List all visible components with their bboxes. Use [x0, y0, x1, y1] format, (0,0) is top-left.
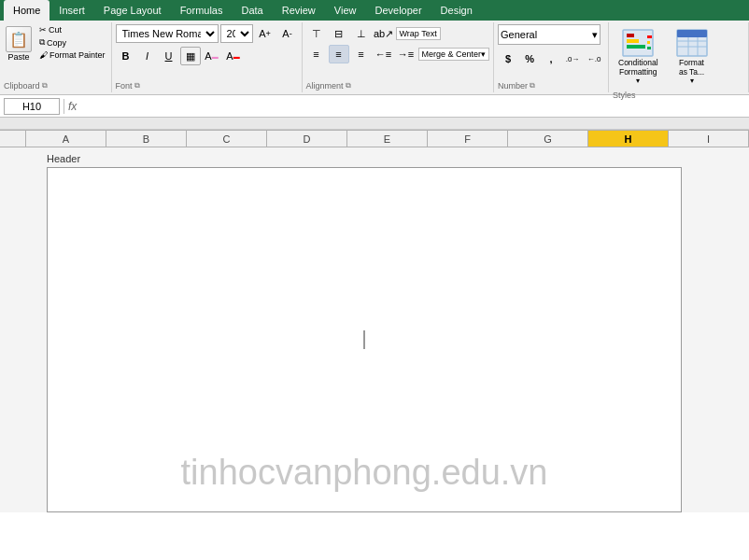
header-section-label: Header	[47, 153, 702, 164]
font-color-button[interactable]: A▬	[223, 47, 244, 65]
italic-button[interactable]: I	[137, 47, 158, 65]
font-bottom-row: B I U ▦ A▬ A▬	[116, 47, 244, 65]
tab-view[interactable]: View	[325, 0, 366, 21]
clipboard-small-buttons: ✂ Cut ⧉ Copy 🖌 Format Painter	[37, 24, 107, 61]
conditional-formatting-button[interactable]: ConditionalFormatting ▾	[613, 24, 664, 89]
merge-center-button[interactable]: Merge & Center▾	[418, 48, 490, 61]
svg-rect-13	[0, 118, 749, 131]
number-group: General ▾ $ % , .0→ ←.0 Number ⧉	[494, 22, 609, 92]
alignment-group: ⊤ ⊟ ⊥ ab↗ Wrap Text ≡ ≡ ≡ ←≡ →≡ Merge & …	[303, 22, 495, 92]
col-header-I[interactable]: I	[669, 131, 749, 147]
clipboard-expand-icon[interactable]: ⧉	[42, 81, 48, 91]
cut-button[interactable]: ✂ Cut	[37, 24, 107, 35]
fx-label: fx	[68, 100, 77, 113]
tab-data[interactable]: Data	[232, 0, 272, 21]
align-left-button[interactable]: ≡	[306, 45, 327, 63]
formula-bar: fx	[0, 95, 749, 118]
copy-icon: ⧉	[39, 37, 45, 48]
col-header-C[interactable]: C	[187, 131, 267, 147]
styles-group-label: Styles	[613, 89, 636, 100]
font-top-row: Times New Roman 20 A+ A-	[116, 24, 298, 43]
tab-formulas[interactable]: Formulas	[171, 0, 233, 21]
underline-button[interactable]: U	[159, 47, 179, 65]
percent-button[interactable]: %	[519, 49, 540, 68]
col-header-E[interactable]: E	[347, 131, 428, 147]
increase-indent-button[interactable]: →≡	[396, 45, 417, 63]
number-group-label: Number ⧉	[498, 79, 535, 91]
tab-insert[interactable]: Insert	[49, 0, 94, 21]
align-center-button[interactable]: ≡	[329, 45, 349, 63]
formula-bar-divider	[64, 99, 64, 114]
tab-design[interactable]: Design	[431, 0, 482, 21]
format-painter-icon: 🖌	[39, 50, 48, 60]
row-header-spacer	[0, 131, 26, 147]
border-button[interactable]: ▦	[180, 47, 201, 65]
decrease-indent-button[interactable]: ←≡	[374, 45, 394, 63]
tab-review[interactable]: Review	[273, 0, 325, 21]
format-as-table-icon	[675, 28, 709, 58]
ruler: // will be drawn via JS below	[0, 118, 749, 131]
comma-button[interactable]: ,	[541, 49, 561, 68]
svg-rect-5	[647, 41, 650, 44]
cell-reference-input[interactable]	[4, 98, 60, 115]
font-grow-button[interactable]: A+	[255, 24, 276, 43]
col-header-H[interactable]: H	[588, 131, 669, 147]
clipboard-group: 📋 Paste ✂ Cut ⧉ Copy 🖌 Format Painter C	[0, 22, 112, 92]
paste-icon: 📋	[6, 26, 32, 52]
svg-rect-6	[647, 47, 651, 49]
font-group: Times New Roman 20 A+ A- B I U ▦ A▬ A▬ F…	[112, 22, 303, 92]
tab-home[interactable]: Home	[4, 0, 49, 21]
fill-color-button[interactable]: A▬	[202, 47, 222, 65]
font-size-selector[interactable]: 20	[220, 24, 253, 43]
alignment-group-label: Alignment ⧉	[306, 79, 351, 91]
font-group-label: Font ⧉	[116, 79, 140, 91]
svg-rect-8	[677, 30, 707, 37]
dollar-button[interactable]: $	[498, 49, 518, 68]
number-expand-icon[interactable]: ⧉	[530, 81, 535, 91]
orientation-button[interactable]: ab↗	[374, 24, 394, 43]
col-header-B[interactable]: B	[106, 131, 187, 147]
formula-input[interactable]	[80, 98, 745, 115]
column-headers: A B C D E F G H I	[0, 131, 749, 147]
copy-button[interactable]: ⧉ Copy	[37, 36, 107, 49]
svg-rect-1	[627, 34, 634, 37]
svg-rect-4	[647, 35, 652, 38]
number-buttons-row: $ % , .0→ ←.0	[498, 49, 604, 68]
format-as-table-button[interactable]: Formatas Ta... ▾	[668, 24, 716, 89]
styles-group: ConditionalFormatting ▾ Formatas Ta...	[609, 22, 749, 92]
font-name-selector[interactable]: Times New Roman	[116, 24, 219, 43]
align-bottom-button[interactable]: ⊥	[351, 24, 372, 43]
tab-page-layout[interactable]: Page Layout	[94, 0, 171, 21]
col-header-D[interactable]: D	[267, 131, 347, 147]
conditional-formatting-dropdown-icon: ▾	[636, 77, 640, 85]
decrease-decimal-button[interactable]: ←.0	[584, 49, 604, 68]
watermark-text: tinhocvanphong.edu.vn	[181, 453, 548, 493]
svg-rect-3	[627, 45, 645, 49]
document-page[interactable]: tinhocvanphong.edu.vn	[47, 167, 682, 512]
svg-rect-2	[627, 39, 639, 43]
col-header-G[interactable]: G	[508, 131, 588, 147]
conditional-formatting-label: ConditionalFormatting	[618, 58, 658, 77]
font-expand-icon[interactable]: ⧉	[134, 81, 140, 91]
conditional-formatting-icon	[621, 28, 655, 58]
ruler-inner: // will be drawn via JS below	[0, 118, 749, 130]
font-shrink-button[interactable]: A-	[277, 24, 298, 43]
increase-decimal-button[interactable]: .0→	[562, 49, 583, 68]
align-middle-button[interactable]: ⊟	[329, 24, 349, 43]
format-painter-button[interactable]: 🖌 Format Painter	[37, 49, 107, 61]
ribbon-tab-bar: Home Insert Page Layout Formulas Data Re…	[0, 0, 749, 21]
alignment-expand-icon[interactable]: ⧉	[346, 81, 351, 91]
paste-button[interactable]: 📋 Paste	[4, 24, 34, 63]
number-format-dropdown-icon: ▾	[592, 29, 598, 41]
text-cursor	[364, 330, 365, 349]
number-format-selector[interactable]: General ▾	[498, 24, 601, 45]
col-header-F[interactable]: F	[428, 131, 508, 147]
col-header-A[interactable]: A	[26, 131, 106, 147]
format-as-table-dropdown-icon: ▾	[690, 77, 694, 85]
doc-area: Header tinhocvanphong.edu.vn	[0, 147, 749, 512]
align-right-button[interactable]: ≡	[351, 45, 372, 63]
tab-developer[interactable]: Developer	[365, 0, 431, 21]
bold-button[interactable]: B	[116, 47, 136, 65]
align-top-button[interactable]: ⊤	[306, 24, 327, 43]
wrap-text-button[interactable]: Wrap Text	[396, 27, 441, 40]
